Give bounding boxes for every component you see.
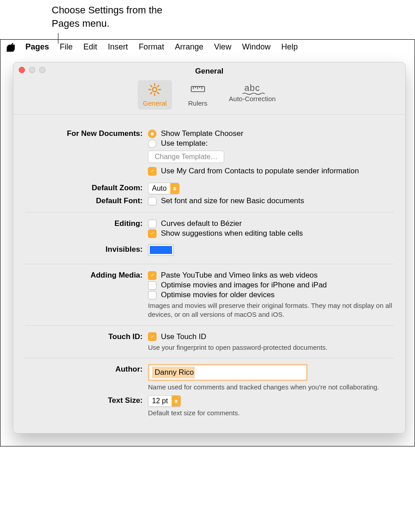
menubar-item-file[interactable]: File [60,42,73,52]
tab-autocorrection-label: Auto-Correction [229,95,275,102]
chevron-updown-icon [170,183,179,194]
checkbox-optimise-ios[interactable] [148,281,156,290]
checkbox-optimise-older-label: Optimise movies for older devices [161,291,275,299]
checkbox-touch-id[interactable] [148,332,156,341]
label-text-size: Text Size: [25,395,143,405]
label-touch-id: Touch ID: [25,331,143,341]
close-button-icon[interactable] [19,67,25,73]
default-zoom-popup[interactable]: Auto [148,183,180,194]
label-author: Author: [25,364,143,374]
checkbox-youtube-vimeo[interactable] [148,271,156,280]
author-hint: Name used for comments and tracked chang… [148,383,394,392]
window-titlebar: General [13,62,405,78]
radio-template-chooser[interactable] [148,130,156,138]
invisibles-color-well[interactable] [148,244,174,256]
author-field-value: Danny Rico [152,367,195,378]
gear-icon [148,83,161,98]
checkbox-youtube-vimeo-label: Paste YouTube and Vimeo links as web vid… [161,271,318,280]
checkbox-default-font[interactable] [148,197,156,205]
desktop-frame: Pages File Edit Insert Format Arrange Vi… [0,39,415,446]
settings-pane: For New Documents: Show Template Chooser… [13,115,405,433]
window-title: General [195,67,223,75]
callout-annotation: Choose Settings from the Pages menu. [52,4,168,30]
apple-logo-icon[interactable] [7,43,15,52]
tab-general[interactable]: General [138,80,172,110]
menubar-item-edit[interactable]: Edit [83,42,97,52]
section-editing: Editing: Curves default to Bézier Show s… [25,212,394,264]
text-size-hint: Default text size for comments. [148,409,394,417]
checkbox-bezier-label: Curves default to Bézier [161,219,242,228]
menubar-item-window[interactable]: Window [242,42,271,52]
svg-line-7 [158,86,159,87]
window-controls [19,67,45,73]
label-default-zoom: Default Zoom: [25,183,143,192]
checkbox-use-my-card-label: Use My Card from Contacts to populate se… [161,167,359,176]
tab-rulers-label: Rulers [188,99,207,107]
change-template-button[interactable]: Change Template… [148,151,224,163]
author-field-wrap: Danny Rico [148,364,308,381]
label-editing: Editing: [25,218,143,228]
svg-point-0 [152,87,157,92]
zoom-button-icon [39,67,45,73]
menubar-item-pages[interactable]: Pages [25,42,49,52]
radio-use-template[interactable] [148,139,156,148]
autocorrect-icon: abc [244,83,260,93]
checkbox-optimise-ios-label: Optimise movies and images for iPhone an… [161,281,327,290]
tab-rulers[interactable]: Rulers [183,80,213,110]
svg-line-6 [158,92,159,94]
tab-general-label: General [143,99,167,107]
checkbox-table-suggestions-label: Show suggestions when editing table cell… [161,229,303,238]
label-default-font: Default Font: [25,196,143,205]
touch-id-hint: Use your fingerprint to open password-pr… [148,343,394,352]
ruler-icon [190,83,205,98]
section-adding-media: Adding Media: Paste YouTube and Vimeo li… [25,264,394,325]
checkbox-touch-id-label: Use Touch ID [161,332,206,341]
menubar-item-view[interactable]: View [214,42,231,52]
minimize-button-icon [29,67,35,73]
menubar: Pages File Edit Insert Format Arrange Vi… [0,40,415,56]
section-new-documents: For New Documents: Show Template Chooser… [25,123,394,212]
toolbar-tabs: General Rulers abc Auto-Correction [13,78,405,115]
svg-line-8 [151,92,152,94]
label-invisibles: Invisibles: [25,244,143,254]
menubar-item-arrange[interactable]: Arrange [175,42,203,52]
default-zoom-value: Auto [148,184,170,192]
svg-line-5 [151,86,152,87]
menubar-item-help[interactable]: Help [281,42,298,52]
menubar-item-format[interactable]: Format [139,42,164,52]
author-field[interactable]: Danny Rico [149,365,306,380]
menubar-item-insert[interactable]: Insert [108,42,128,52]
settings-window: General General Rulers abc Auto-C [13,62,406,434]
checkbox-use-my-card[interactable] [148,167,156,176]
adding-media-hint: Images and movies will preserve their or… [148,301,394,319]
text-size-popup[interactable]: 12 pt [148,395,181,407]
checkbox-default-font-label: Set font and size for new Basic document… [161,196,304,205]
chevron-updown-icon [172,396,181,406]
radio-use-template-label: Use template: [161,139,208,148]
label-new-documents: For New Documents: [25,128,143,138]
section-author: Author: Danny Rico Name used for comment… [25,358,394,424]
radio-template-chooser-label: Show Template Chooser [161,129,243,138]
section-touch-id: Touch ID: Use Touch ID Use your fingerpr… [25,325,394,358]
label-adding-media: Adding Media: [25,270,143,280]
checkbox-table-suggestions[interactable] [148,229,156,238]
text-size-value: 12 pt [148,397,172,405]
tab-autocorrection[interactable]: abc Auto-Correction [223,80,281,110]
checkbox-bezier[interactable] [148,220,156,228]
checkbox-optimise-older[interactable] [148,291,156,299]
